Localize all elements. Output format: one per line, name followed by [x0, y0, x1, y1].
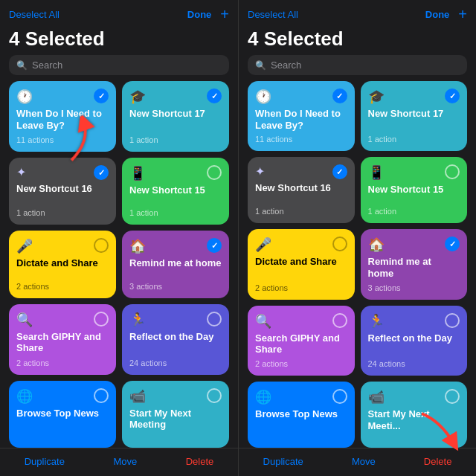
move-button-right[interactable]: Move: [352, 456, 376, 467]
add-button-right[interactable]: +: [458, 6, 467, 23]
card-dictate-left[interactable]: 🎤 Dictate and Share 2 actions: [9, 231, 116, 298]
card-icon-start-meeting-left: 📹: [129, 388, 146, 405]
card-icon-browse-left: 🌐: [16, 388, 33, 405]
card-icon-start-meeting-right: 📹: [368, 389, 385, 405]
card-check-remind-right[interactable]: [445, 237, 460, 251]
card-check-new16-right[interactable]: [332, 164, 347, 179]
card-title-new16-left: New Shortcut 16: [16, 183, 109, 207]
card-title-remind-right: Remind me at home: [368, 256, 460, 281]
card-check-remind-left[interactable]: [207, 238, 222, 253]
card-title-reflect-left: Reflect on the Day: [129, 331, 222, 357]
card-subtitle-new15-left: 1 action: [129, 208, 222, 217]
card-check-dictate-right[interactable]: [332, 237, 347, 251]
card-dictate-right[interactable]: 🎤 Dictate and Share 2 actions: [248, 229, 355, 299]
card-check-reflect-left[interactable]: [207, 312, 222, 327]
card-check-new16-left[interactable]: [94, 165, 109, 180]
done-button-left[interactable]: Done: [187, 9, 212, 20]
card-title-new17-left: New Shortcut 17: [129, 108, 222, 134]
left-header: Deselect All Done +: [0, 0, 238, 26]
done-button-right[interactable]: Done: [425, 9, 450, 20]
card-start-meeting-left[interactable]: 📹 Start My Next Meeting: [122, 381, 229, 448]
add-button-left[interactable]: +: [220, 6, 229, 23]
card-new17-right[interactable]: 🎓 New Shortcut 17 1 action: [361, 81, 468, 151]
card-title-when-do-left: When Do I Need to Leave By?: [16, 108, 109, 134]
card-when-do-left[interactable]: 🕐 When Do I Need to Leave By? 11 actions: [9, 81, 116, 152]
card-title-new16-right: New Shortcut 16: [255, 182, 347, 205]
card-check-start-meeting-left[interactable]: [207, 388, 222, 403]
duplicate-button-right[interactable]: Duplicate: [263, 456, 303, 467]
card-icon-reflect-right: 🏃: [368, 313, 385, 329]
card-icon-new16-left: ✦: [16, 165, 26, 179]
card-check-dictate-left[interactable]: [94, 238, 109, 253]
card-title-remind-left: Remind me at home: [129, 257, 222, 280]
search-placeholder-left: Search: [32, 60, 62, 71]
card-icon-when-do-left: 🕐: [16, 89, 33, 105]
card-icon-reflect-left: 🏃: [129, 312, 146, 328]
search-bar-right[interactable]: 🔍 Search: [248, 55, 467, 75]
card-check-giphy-right[interactable]: [332, 313, 347, 328]
card-icon-new15-right: 📱: [368, 164, 385, 181]
card-when-do-right[interactable]: 🕐 When Do I Need to Leave By? 11 actions: [248, 81, 355, 151]
card-title-new15-left: New Shortcut 15: [129, 184, 222, 207]
card-giphy-right[interactable]: 🔍 Search GIPHY and Share 2 actions: [248, 306, 355, 376]
card-browse-left[interactable]: 🌐 Browse Top News: [9, 381, 116, 448]
card-remind-right[interactable]: 🏠 Remind me at home 3 actions: [361, 229, 468, 299]
card-title-dictate-right: Dictate and Share: [255, 256, 347, 281]
card-check-giphy-left[interactable]: [94, 312, 109, 327]
card-subtitle-reflect-left: 24 actions: [129, 358, 222, 367]
card-giphy-left[interactable]: 🔍 Search GIPHY and Share 2 actions: [9, 304, 116, 375]
card-check-browse-right[interactable]: [332, 389, 347, 404]
card-new15-left[interactable]: 📱 New Shortcut 15 1 action: [122, 158, 229, 225]
card-check-when-do-left[interactable]: [94, 89, 109, 103]
deselect-all-button-left[interactable]: Deselect All: [9, 9, 60, 20]
right-panel: Deselect All Done + 4 Selected 🔍 Search …: [238, 0, 476, 476]
card-new16-left[interactable]: ✦ New Shortcut 16 1 action: [9, 158, 116, 225]
card-new17-left[interactable]: 🎓 New Shortcut 17 1 action: [122, 81, 229, 152]
card-check-new15-left[interactable]: [207, 165, 222, 180]
card-check-reflect-right[interactable]: [445, 313, 460, 328]
card-title-reflect-right: Reflect on the Day: [368, 332, 460, 358]
card-title-start-meeting-right: Start My Next Meeti...: [368, 408, 460, 440]
card-check-when-do-right[interactable]: [332, 89, 347, 103]
bottom-bar-left: Duplicate Move Delete: [0, 448, 238, 476]
page-title-right: 4 Selected: [248, 28, 344, 50]
card-reflect-left[interactable]: 🏃 Reflect on the Day 24 actions: [122, 304, 229, 375]
card-title-new17-right: New Shortcut 17: [368, 108, 460, 133]
card-title-giphy-left: Search GIPHY and Share: [16, 331, 109, 357]
card-check-browse-left[interactable]: [94, 388, 109, 403]
card-remind-left[interactable]: 🏠 Remind me at home 3 actions: [122, 231, 229, 298]
card-subtitle-new17-right: 1 action: [368, 135, 460, 144]
title-row-right: 4 Selected: [239, 26, 476, 55]
card-icon-new15-left: 📱: [129, 165, 146, 181]
card-title-dictate-left: Dictate and Share: [16, 257, 109, 280]
delete-button-left[interactable]: Delete: [186, 456, 214, 467]
card-reflect-right[interactable]: 🏃 Reflect on the Day 24 actions: [361, 306, 468, 376]
delete-button-right[interactable]: Delete: [424, 456, 452, 467]
search-bar-left[interactable]: 🔍 Search: [9, 55, 229, 75]
card-subtitle-giphy-right: 2 actions: [255, 359, 347, 368]
card-check-new17-left[interactable]: [207, 89, 222, 103]
card-icon-dictate-right: 🎤: [255, 237, 271, 253]
deselect-all-button-right[interactable]: Deselect All: [248, 9, 298, 20]
duplicate-button-left[interactable]: Duplicate: [25, 456, 65, 467]
card-start-meeting-right[interactable]: 📹 Start My Next Meeti...: [361, 382, 468, 448]
card-icon-new16-right: ✦: [255, 164, 265, 178]
card-icon-remind-left: 🏠: [129, 238, 146, 254]
header-right-left: Done +: [187, 6, 229, 23]
card-new16-right[interactable]: ✦ New Shortcut 16 1 action: [248, 157, 355, 223]
card-icon-when-do-right: 🕐: [255, 89, 271, 105]
card-subtitle-giphy-left: 2 actions: [16, 358, 109, 367]
card-check-new17-right[interactable]: [445, 89, 460, 103]
card-new15-right[interactable]: 📱 New Shortcut 15 1 action: [361, 157, 468, 223]
card-subtitle-dictate-right: 2 actions: [255, 283, 347, 292]
move-button-left[interactable]: Move: [113, 456, 137, 467]
card-browse-right[interactable]: 🌐 Browse Top News: [248, 382, 355, 448]
card-title-giphy-right: Search GIPHY and Share: [255, 332, 347, 358]
card-subtitle-new16-right: 1 action: [255, 207, 347, 216]
card-subtitle-dictate-left: 2 actions: [16, 282, 109, 291]
card-check-new15-right[interactable]: [445, 164, 460, 179]
header-right-right: Done +: [425, 6, 467, 23]
card-title-when-do-right: When Do I Need to Leave By?: [255, 108, 347, 133]
card-check-start-meeting-right[interactable]: [445, 389, 460, 404]
card-icon-new17-right: 🎓: [368, 89, 385, 105]
